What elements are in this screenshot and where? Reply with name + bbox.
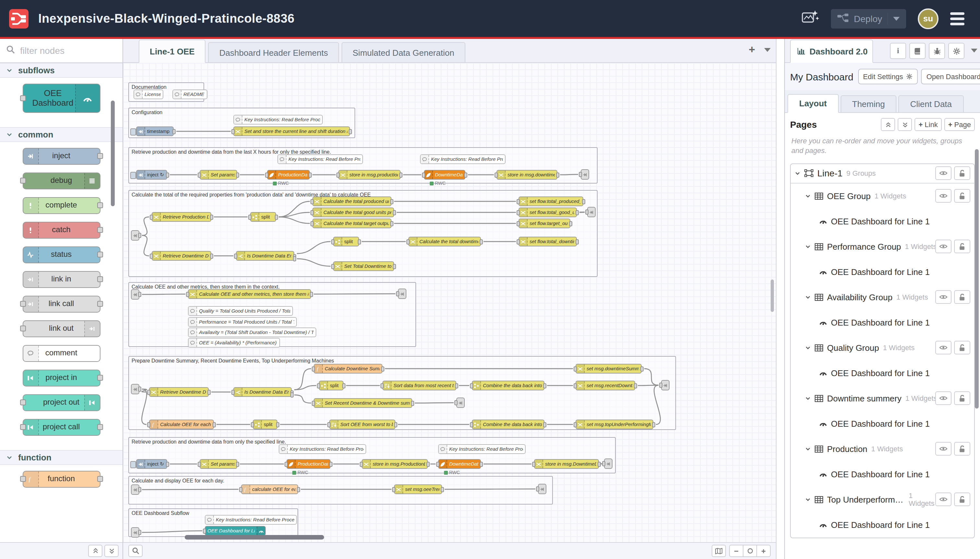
palette-scroll-up-button[interactable] [88,545,102,557]
inject-button[interactable] [130,128,136,136]
port[interactable] [309,172,312,177]
port[interactable] [147,389,150,395]
node-inject[interactable]: inject ↻ [136,170,167,180]
port[interactable] [392,487,395,492]
palette-node-link-out[interactable]: link out [22,320,100,337]
settings-gear-icon[interactable] [948,43,964,59]
deploy-button[interactable]: Deploy [831,9,906,28]
tree-group-row[interactable]: OEE Group1 Widgets [791,183,974,208]
node-change[interactable]: set msg.oeeTrend [394,485,442,494]
palette-node-link-call[interactable]: link call [22,296,100,313]
port[interactable] [455,383,458,388]
node-linkout[interactable] [581,169,589,180]
node-db[interactable]: DowntimeDataRWC [424,170,465,180]
port[interactable] [331,239,335,244]
node-change[interactable]: set flow.total_produced_units [518,197,583,206]
node-sort[interactable]: Sort data from most recent to oldest [383,380,456,390]
add-page-button[interactable]: +Page [944,118,975,131]
port[interactable] [97,424,103,430]
node-change[interactable]: set flow.total_good_units [518,208,577,217]
node-linkout[interactable] [661,380,670,390]
port[interactable] [349,129,352,134]
palette-node-inject[interactable]: inject [22,148,100,165]
tree-page-row[interactable]: Line-19 Groups [791,164,974,183]
node-funcO[interactable]: fCalculate Downtime Summery [314,364,383,374]
node-comment[interactable]: OEE = (Availability) * (Performance) * (… [188,338,280,347]
port[interactable] [198,172,201,177]
port[interactable] [275,214,278,220]
tree-widget-row[interactable]: OEE Dashboard for Line 1 [791,208,974,234]
visibility-eye-button[interactable] [935,442,952,456]
port[interactable] [329,461,333,466]
node-comment[interactable]: Key Instructions: Read Before Proceeding [420,154,506,164]
lock-button[interactable] [954,442,970,456]
node-change[interactable]: Set Recent Downtime & Downtime summery t… [314,398,412,408]
port[interactable] [147,422,150,427]
node-change[interactable]: set msg.downtimeSummery [576,364,642,374]
port[interactable] [495,172,498,177]
port[interactable] [285,461,288,466]
main-menu-icon[interactable] [950,12,964,25]
palette-node-OEE-Dashboard[interactable]: OEEDashboard [22,84,100,113]
port[interactable] [310,291,313,297]
port[interactable] [166,461,169,466]
port[interactable] [97,375,103,380]
tree-group-row[interactable]: Production1 Widgets [791,436,974,461]
node-inject[interactable]: inject ↻ [136,459,167,469]
node-linkout[interactable] [538,484,546,494]
palette-scrollbar[interactable] [111,101,115,206]
port[interactable] [574,383,577,388]
inject-button[interactable] [130,172,136,179]
port[interactable] [248,214,251,220]
port[interactable] [394,422,397,427]
palette-node-debug[interactable]: debug [22,172,100,189]
tab-flow-1[interactable]: Line-1 OEE [139,40,206,63]
port[interactable] [312,366,315,371]
node-comment[interactable]: Performance = Total Produced Units / Tot… [188,317,297,327]
node-comment[interactable]: Key Instructions: Read Before Proceeding [233,115,323,124]
port[interactable] [390,221,393,226]
node-change[interactable]: store in msg.downtime_data [497,170,558,180]
port[interactable] [97,202,103,208]
zoom-reset-button[interactable] [743,545,757,557]
canvas-v-scrollbar[interactable] [770,280,774,312]
node-db[interactable]: ProductionDataRWC [267,170,310,180]
tree-widget-row[interactable]: OEE Dashboard for Line 1 [791,461,974,487]
port[interactable] [20,476,26,482]
visibility-eye-button[interactable] [935,391,952,405]
port[interactable] [97,301,103,307]
tab-dashboard-2[interactable]: Dashboard 2.0 [790,40,873,63]
port[interactable] [172,129,176,134]
port[interactable] [480,461,483,466]
palette-node-function[interactable]: ffunction [22,471,100,488]
port[interactable] [576,210,579,215]
collapse-all-button[interactable] [881,118,895,131]
node-comment[interactable]: Key Instructions: Read Before Proceeding [277,154,363,164]
port[interactable] [464,172,467,177]
tab-layout[interactable]: Layout [787,94,838,113]
port[interactable] [97,276,103,282]
node-linkout[interactable] [604,458,612,469]
port[interactable] [310,221,314,226]
port[interactable] [213,422,216,427]
tab-client-data[interactable]: Client Data [898,95,964,112]
node-change[interactable]: Retrieve Downtime Data [149,387,209,397]
port[interactable] [20,326,26,331]
port[interactable] [579,172,582,177]
port[interactable] [293,256,296,261]
port[interactable] [208,389,211,395]
port[interactable] [543,383,546,388]
node-comment[interactable]: Key Instructions: Read Before Proceeding [279,444,366,454]
port[interactable] [239,487,243,492]
port[interactable] [236,461,239,466]
port[interactable] [210,214,213,220]
node-comment[interactable]: Key Instructions: Read Before Proceeding [205,515,297,524]
node-db[interactable]: ProductionDataRWC [287,459,330,469]
node-change[interactable]: store in msg.ProductionData [362,459,428,469]
node-change[interactable]: Calculate OEE and other metrics, then st… [188,289,311,299]
port[interactable] [640,366,643,371]
node-linkin[interactable] [131,384,139,394]
node-funcO[interactable]: fCalculate OEE for each machine [149,420,214,429]
deploy-caret-icon[interactable] [893,17,900,20]
port[interactable] [337,172,340,177]
